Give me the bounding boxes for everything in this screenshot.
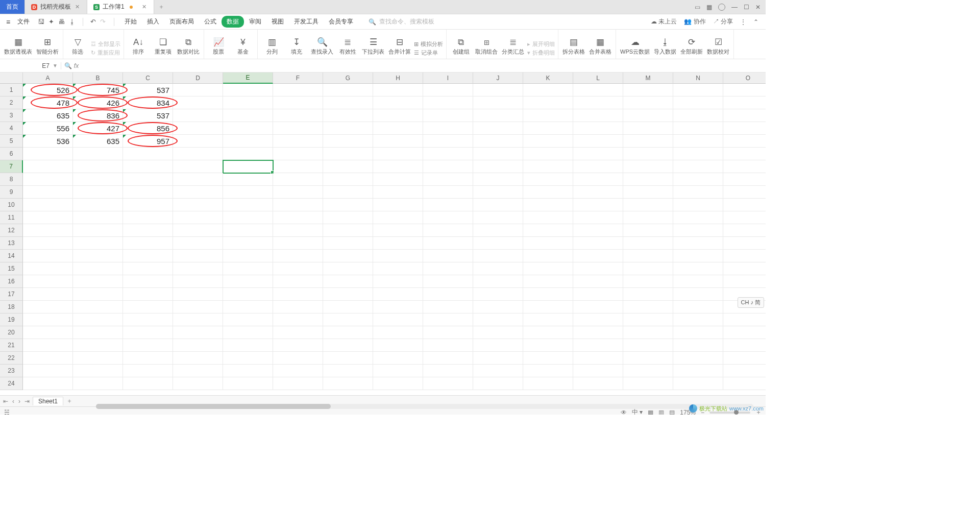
- cell-N11[interactable]: [673, 211, 723, 224]
- cell-J9[interactable]: [473, 186, 523, 199]
- cell-H3[interactable]: [373, 109, 423, 122]
- cell-I22[interactable]: [423, 352, 473, 365]
- cell-I19[interactable]: [423, 313, 473, 326]
- import-button[interactable]: ⭳导入数据: [653, 37, 677, 57]
- cell-C2[interactable]: 834: [123, 96, 173, 109]
- share-button[interactable]: ↗ 分享: [713, 17, 733, 26]
- cell-H22[interactable]: [373, 352, 423, 365]
- cell-H16[interactable]: [373, 275, 423, 288]
- cell-L23[interactable]: [573, 365, 623, 377]
- tab-view[interactable]: 视图: [266, 16, 289, 28]
- cell-M22[interactable]: [623, 352, 673, 365]
- cell-N3[interactable]: [673, 109, 723, 122]
- cell-E17[interactable]: [223, 288, 273, 301]
- cell-I11[interactable]: [423, 211, 473, 224]
- cell-O8[interactable]: [723, 173, 766, 186]
- cell-O11[interactable]: [723, 211, 766, 224]
- tab-home[interactable]: 首页: [0, 0, 25, 14]
- cell-K23[interactable]: [523, 365, 573, 377]
- cell-A14[interactable]: [23, 250, 73, 262]
- cell-H18[interactable]: [373, 301, 423, 313]
- col-header-D[interactable]: D: [173, 73, 223, 84]
- cell-E21[interactable]: [223, 339, 273, 352]
- cell-F18[interactable]: [273, 301, 323, 313]
- cell-K24[interactable]: [523, 377, 573, 390]
- cell-H8[interactable]: [373, 173, 423, 186]
- cell-H15[interactable]: [373, 262, 423, 275]
- cell-C18[interactable]: [123, 301, 173, 313]
- row-header-13[interactable]: 13: [0, 237, 23, 250]
- sort-button[interactable]: A↓排序: [127, 37, 150, 57]
- cell-N6[interactable]: [673, 148, 723, 160]
- cell-K9[interactable]: [523, 186, 573, 199]
- col-header-A[interactable]: A: [23, 73, 73, 84]
- cell-A16[interactable]: [23, 275, 73, 288]
- cell-B23[interactable]: [73, 365, 123, 377]
- refresh-button[interactable]: ⟳全部刷新: [679, 37, 704, 57]
- cell-H1[interactable]: [373, 84, 423, 96]
- cell-E18[interactable]: [223, 301, 273, 313]
- cell-C13[interactable]: [123, 237, 173, 250]
- row-header-10[interactable]: 10: [0, 199, 23, 211]
- cell-J2[interactable]: [473, 96, 523, 109]
- cell-K8[interactable]: [523, 173, 573, 186]
- cell-I18[interactable]: [423, 301, 473, 313]
- cell-G7[interactable]: [323, 160, 373, 173]
- cell-E16[interactable]: [223, 275, 273, 288]
- cell-E6[interactable]: [223, 148, 273, 160]
- cell-B11[interactable]: [73, 211, 123, 224]
- smart-button[interactable]: ⊞智能分析: [35, 37, 60, 57]
- sheet-tab[interactable]: Sheet1: [33, 397, 63, 405]
- cell-C1[interactable]: 537: [123, 84, 173, 96]
- cell-A9[interactable]: [23, 186, 73, 199]
- cell-B20[interactable]: [73, 326, 123, 339]
- cell-O22[interactable]: [723, 352, 766, 365]
- tab-workbook[interactable]: S 工作簿1 ✕: [87, 0, 154, 14]
- tab-dev[interactable]: 开发工具: [289, 16, 324, 28]
- cell-E19[interactable]: [223, 313, 273, 326]
- cell-F11[interactable]: [273, 211, 323, 224]
- cell-D9[interactable]: [173, 186, 223, 199]
- cell-K7[interactable]: [523, 160, 573, 173]
- cell-B1[interactable]: 745: [73, 84, 123, 96]
- export-icon[interactable]: ⭳: [69, 18, 76, 26]
- row-header-4[interactable]: 4: [0, 122, 23, 135]
- cell-J20[interactable]: [473, 326, 523, 339]
- cell-A23[interactable]: [23, 365, 73, 377]
- row-header-1[interactable]: 1: [0, 84, 23, 96]
- chevron-up-icon[interactable]: ⌃: [753, 18, 758, 26]
- cell-B3[interactable]: 836: [73, 109, 123, 122]
- cell-O1[interactable]: [723, 84, 766, 96]
- cell-K4[interactable]: [523, 122, 573, 135]
- cell-L15[interactable]: [573, 262, 623, 275]
- cell-B8[interactable]: [73, 173, 123, 186]
- cell-L11[interactable]: [573, 211, 623, 224]
- cell-H7[interactable]: [373, 160, 423, 173]
- cell-E11[interactable]: [223, 211, 273, 224]
- validate-button[interactable]: ≣有效性: [336, 37, 359, 57]
- cell-C15[interactable]: [123, 262, 173, 275]
- cell-J12[interactable]: [473, 224, 523, 237]
- row-header-14[interactable]: 14: [0, 250, 23, 262]
- cell-K1[interactable]: [523, 84, 573, 96]
- cell-D17[interactable]: [173, 288, 223, 301]
- cell-B14[interactable]: [73, 250, 123, 262]
- cell-H23[interactable]: [373, 365, 423, 377]
- cell-H2[interactable]: [373, 96, 423, 109]
- cell-C12[interactable]: [123, 224, 173, 237]
- last-sheet-icon[interactable]: ⇥: [24, 398, 30, 405]
- cell-A15[interactable]: [23, 262, 73, 275]
- cell-E5[interactable]: [223, 135, 273, 148]
- cell-J7[interactable]: [473, 160, 523, 173]
- new-tab-button[interactable]: ＋: [154, 0, 168, 14]
- cell-B13[interactable]: [73, 237, 123, 250]
- edit-mode-icon[interactable]: ☵: [4, 409, 10, 415]
- col-header-G[interactable]: G: [323, 73, 373, 84]
- reapply-button[interactable]: ↻重新应用: [91, 49, 120, 57]
- cell-N7[interactable]: [673, 160, 723, 173]
- cell-H9[interactable]: [373, 186, 423, 199]
- cell-D24[interactable]: [173, 377, 223, 390]
- cell-N21[interactable]: [673, 339, 723, 352]
- cell-D19[interactable]: [173, 313, 223, 326]
- cell-N10[interactable]: [673, 199, 723, 211]
